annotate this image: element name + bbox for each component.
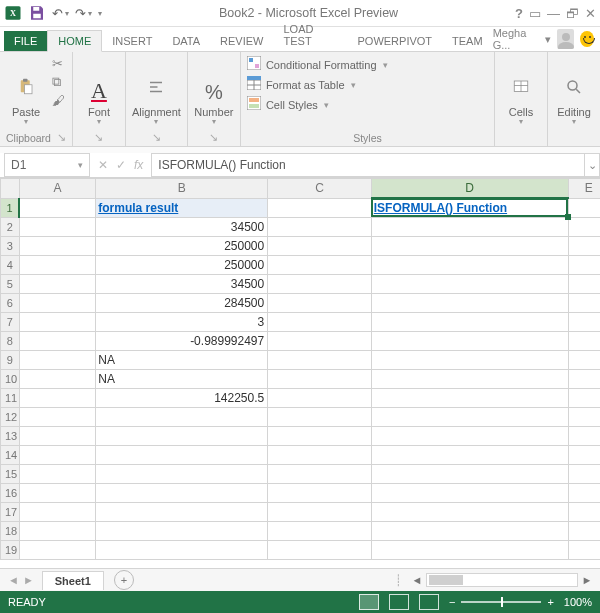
cell-C10[interactable] [268, 369, 372, 388]
cell-E12[interactable] [568, 407, 600, 426]
page-layout-view-icon[interactable] [389, 594, 409, 610]
scroll-left-icon[interactable]: ◄ [410, 574, 424, 586]
cell-B2[interactable]: 34500 [96, 217, 268, 236]
cell-E8[interactable] [568, 331, 600, 350]
cell-D5[interactable] [371, 274, 568, 293]
row-header-1[interactable]: 1 [1, 198, 20, 217]
cell-D17[interactable] [371, 502, 568, 521]
cell-B19[interactable] [96, 540, 268, 559]
cell-A2[interactable] [19, 217, 96, 236]
fx-icon[interactable]: fx [134, 158, 143, 172]
page-break-view-icon[interactable] [419, 594, 439, 610]
cell-A11[interactable] [19, 388, 96, 407]
zoom-out-icon[interactable]: − [449, 596, 455, 608]
cell-styles-button[interactable]: Cell Styles▾ [247, 96, 388, 113]
name-box[interactable]: D1 ▾ [4, 153, 90, 177]
chevron-down-icon[interactable]: ▾ [572, 118, 576, 126]
cell-C8[interactable] [268, 331, 372, 350]
cell-A17[interactable] [19, 502, 96, 521]
cell-D1[interactable]: ISFORMULA() Function [371, 198, 568, 217]
scrollbar-thumb[interactable] [429, 575, 463, 585]
cell-E9[interactable] [568, 350, 600, 369]
chevron-down-icon[interactable]: ▾ [324, 100, 329, 110]
expand-formula-bar-icon[interactable]: ⌄ [584, 153, 600, 177]
cell-C2[interactable] [268, 217, 372, 236]
alignment-button[interactable]: Alignment ▾ [132, 56, 181, 126]
chevron-down-icon[interactable]: ▾ [88, 9, 92, 18]
cell-E10[interactable] [568, 369, 600, 388]
chevron-down-icon[interactable]: ▾ [154, 118, 158, 126]
cell-C7[interactable] [268, 312, 372, 331]
worksheet-grid[interactable]: ABCDE1formula resultISFORMULA() Function… [0, 178, 600, 568]
cell-E5[interactable] [568, 274, 600, 293]
tab-home[interactable]: HOME [47, 30, 102, 52]
cell-B8[interactable]: -0.989992497 [96, 331, 268, 350]
dialog-launcher-icon[interactable]: ↘ [152, 131, 161, 144]
formula-input[interactable]: ISFORMULA() Function [151, 153, 584, 177]
cell-A19[interactable] [19, 540, 96, 559]
cell-B5[interactable]: 34500 [96, 274, 268, 293]
sheet-nav-next-icon[interactable]: ► [23, 574, 34, 586]
col-header-E[interactable]: E [568, 179, 600, 199]
cell-B10[interactable]: NA [96, 369, 268, 388]
row-header-13[interactable]: 13 [1, 426, 20, 445]
cell-E7[interactable] [568, 312, 600, 331]
cell-B17[interactable] [96, 502, 268, 521]
help-icon[interactable]: ? [515, 6, 523, 21]
tab-review[interactable]: REVIEW [210, 31, 273, 51]
chevron-down-icon[interactable]: ▾ [212, 118, 216, 126]
cell-B16[interactable] [96, 483, 268, 502]
cell-A12[interactable] [19, 407, 96, 426]
cell-D12[interactable] [371, 407, 568, 426]
cells-button[interactable]: Cells ▾ [501, 56, 541, 126]
tab-file[interactable]: FILE [4, 31, 47, 51]
redo-button[interactable]: ↷▾ [75, 6, 92, 21]
row-header-17[interactable]: 17 [1, 502, 20, 521]
cell-A13[interactable] [19, 426, 96, 445]
cell-C14[interactable] [268, 445, 372, 464]
chevron-down-icon[interactable]: ▾ [97, 118, 101, 126]
paste-button[interactable]: Paste ▾ [6, 56, 46, 126]
cell-B11[interactable]: 142250.5 [96, 388, 268, 407]
tab-insert[interactable]: INSERT [102, 31, 162, 51]
cell-D11[interactable] [371, 388, 568, 407]
cell-D15[interactable] [371, 464, 568, 483]
cell-B1[interactable]: formula result [96, 198, 268, 217]
row-header-16[interactable]: 16 [1, 483, 20, 502]
chevron-down-icon[interactable]: ▾ [351, 80, 356, 90]
cell-D18[interactable] [371, 521, 568, 540]
scroll-right-icon[interactable]: ► [580, 574, 594, 586]
tab-powerpivot[interactable]: POWERPIVOT [348, 31, 443, 51]
cell-A15[interactable] [19, 464, 96, 483]
cell-E14[interactable] [568, 445, 600, 464]
cell-E16[interactable] [568, 483, 600, 502]
cell-C17[interactable] [268, 502, 372, 521]
cell-C1[interactable] [268, 198, 372, 217]
zoom-slider[interactable]: − + [449, 596, 554, 608]
chevron-down-icon[interactable]: ▾ [65, 9, 69, 18]
cell-A1[interactable] [19, 198, 96, 217]
row-header-7[interactable]: 7 [1, 312, 20, 331]
tab-loadtest[interactable]: LOAD TEST [274, 19, 348, 51]
cell-A8[interactable] [19, 331, 96, 350]
cell-E3[interactable] [568, 236, 600, 255]
row-header-5[interactable]: 5 [1, 274, 20, 293]
cell-A6[interactable] [19, 293, 96, 312]
cell-E18[interactable] [568, 521, 600, 540]
chevron-down-icon[interactable]: ▾ [383, 60, 388, 70]
cell-B18[interactable] [96, 521, 268, 540]
cell-E15[interactable] [568, 464, 600, 483]
cell-B14[interactable] [96, 445, 268, 464]
avatar-icon[interactable] [557, 29, 574, 49]
cell-A16[interactable] [19, 483, 96, 502]
row-header-14[interactable]: 14 [1, 445, 20, 464]
cell-E17[interactable] [568, 502, 600, 521]
chevron-down-icon[interactable]: ▾ [545, 33, 551, 46]
row-header-11[interactable]: 11 [1, 388, 20, 407]
chevron-down-icon[interactable]: ▾ [78, 160, 83, 170]
row-header-2[interactable]: 2 [1, 217, 20, 236]
restore-button[interactable]: 🗗 [566, 6, 579, 21]
dialog-launcher-icon[interactable]: ↘ [94, 131, 103, 144]
dialog-launcher-icon[interactable]: ↘ [209, 131, 218, 144]
zoom-in-icon[interactable]: + [547, 596, 553, 608]
